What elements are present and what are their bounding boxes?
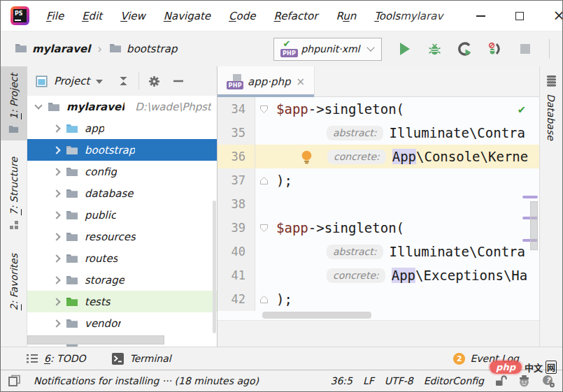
chevron-collapsed-icon[interactable]	[52, 319, 60, 327]
left-tool-window-stripe: 1: Project 7: Structure 2: Favorites	[1, 66, 27, 347]
tab-close-icon[interactable]: ×	[297, 75, 306, 88]
tree-row-database[interactable]: database	[27, 182, 217, 204]
scrollbar-change-mark	[522, 196, 538, 198]
chevron-collapsed-icon[interactable]	[52, 276, 60, 284]
collapse-all-icon[interactable]	[117, 75, 129, 87]
stop-button[interactable]	[518, 40, 533, 58]
folder-icon	[66, 188, 78, 198]
chevron-collapsed-icon[interactable]	[52, 233, 60, 240]
tree-row-config[interactable]: config	[27, 161, 217, 182]
code-line-42[interactable]: 42 );	[218, 287, 539, 311]
attach-debugger-button[interactable]	[487, 40, 503, 58]
watermark-php-logo: php	[490, 361, 522, 374]
run-configuration-select[interactable]: ✔ PHP phpunit·xml	[273, 38, 381, 61]
hide-panel-icon[interactable]	[173, 80, 183, 82]
chevron-collapsed-icon[interactable]	[52, 254, 60, 262]
code-line-40[interactable]: 40 abstract:Illuminate\Contra	[218, 240, 539, 263]
chevron-collapsed-icon[interactable]	[52, 146, 60, 154]
terminal-icon	[112, 353, 124, 365]
chevron-collapsed-icon[interactable]	[52, 211, 60, 219]
parameter-hint: abstract:	[327, 245, 383, 259]
gear-icon[interactable]	[148, 75, 160, 87]
tool-window-tab-todo[interactable]: 6: TODO	[26, 353, 85, 364]
menu-code[interactable]: Code	[229, 10, 255, 22]
close-button[interactable]: ×	[539, 1, 563, 31]
editor-area: PHP app·php × 34 $app->singleton( 35 abs…	[218, 66, 539, 347]
tree-row-vendor[interactable]: vendor	[27, 312, 217, 334]
run-with-coverage-button[interactable]	[457, 40, 473, 58]
menu-bar: File Edit View Navigate Code Refactor Ru…	[46, 10, 400, 22]
menu-file[interactable]: File	[46, 10, 64, 22]
menu-refactor[interactable]: Refactor	[274, 10, 318, 22]
editor-horizontal-scrollbar[interactable]	[262, 312, 371, 319]
code-line-34[interactable]: 34 $app->singleton(	[218, 97, 539, 121]
chevron-down-icon[interactable]	[96, 80, 103, 84]
maximize-button[interactable]	[500, 1, 539, 31]
project-tool-window: Project mylaravel D:\wade\Phpst app	[27, 66, 218, 347]
tool-window-tab-project[interactable]: 1: Project	[1, 66, 27, 140]
line-number: 34	[218, 97, 255, 121]
main-toolbar: mylaravel › bootstrap ✔ PHP phpunit·xml	[1, 31, 562, 66]
menu-tools[interactable]: Tools	[374, 10, 400, 22]
breadcrumb-current[interactable]: bootstrap	[127, 43, 177, 55]
chevron-collapsed-icon[interactable]	[52, 298, 60, 305]
chevron-collapsed-icon[interactable]	[52, 189, 60, 197]
parameter-hint: concrete:	[327, 150, 386, 164]
code-line-39[interactable]: 39 $app->singleton(	[218, 216, 539, 240]
tree-row-resources[interactable]: resources	[27, 226, 217, 247]
tool-window-tab-structure[interactable]: 7: Structure	[1, 150, 27, 237]
fold-start-icon[interactable]	[259, 105, 269, 114]
code-line-41[interactable]: 41 concrete:App\Exceptions\Ha	[218, 263, 539, 287]
menu-navigate[interactable]: Navigate	[164, 10, 211, 22]
editor-tab-app-php[interactable]: PHP app·php ×	[218, 66, 315, 97]
minimize-button[interactable]	[461, 1, 500, 31]
tool-window-tab-database[interactable]: Database	[546, 94, 557, 140]
code-line-37[interactable]: 37 );	[218, 168, 539, 192]
editor-vertical-scrollbar[interactable]	[530, 201, 538, 250]
toolbar-separator	[549, 39, 550, 59]
line-number: 42	[218, 287, 255, 311]
tree-row-app[interactable]: app	[27, 117, 217, 139]
menu-run[interactable]: Run	[336, 10, 356, 22]
help-settings-icon[interactable]: ?	[541, 375, 555, 388]
tree-vertical-scrollbar[interactable]	[213, 201, 216, 333]
chevron-collapsed-icon[interactable]	[52, 168, 60, 175]
intention-bulb-icon[interactable]	[300, 150, 313, 164]
folder-icon	[66, 253, 78, 263]
line-separator-widget[interactable]: LF	[363, 375, 374, 386]
breadcrumb-root[interactable]: mylaravel	[32, 43, 90, 55]
highlighting-level-icon[interactable]	[518, 375, 531, 387]
tool-window-toggle-icon[interactable]	[8, 375, 21, 387]
status-notification[interactable]: Notifications for installing ··· (18 min…	[34, 375, 259, 386]
tree-row-tests[interactable]: tests	[27, 291, 217, 312]
editorconfig-widget[interactable]: EditorConfig	[424, 375, 484, 386]
tool-window-tab-terminal[interactable]: Terminal	[112, 353, 171, 365]
debug-button[interactable]	[427, 40, 443, 58]
fold-end-icon[interactable]	[259, 176, 269, 185]
tree-row-routes[interactable]: routes	[27, 247, 217, 269]
tree-row-bootstrap[interactable]: bootstrap	[27, 139, 217, 161]
menu-view[interactable]: View	[120, 10, 145, 22]
fold-start-icon[interactable]	[259, 224, 269, 233]
chevron-collapsed-icon[interactable]	[52, 124, 60, 132]
code-line-38[interactable]: 38	[218, 192, 539, 216]
caret-position-widget[interactable]: 36:5	[331, 375, 352, 386]
code-line-36[interactable]: 36 concrete:App\Console\Kerne	[218, 145, 539, 168]
run-button[interactable]	[397, 40, 413, 58]
menu-edit[interactable]: Edit	[82, 10, 102, 22]
tree-row-storage[interactable]: storage	[27, 269, 217, 291]
tool-window-tab-favorites[interactable]: 2: Favorites	[1, 247, 27, 317]
tree-row-mylaravel[interactable]: mylaravel D:\wade\Phpst	[27, 96, 217, 117]
unlock-icon[interactable]	[494, 375, 507, 387]
code-line-35[interactable]: 35 abstract:Illuminate\Contra	[218, 121, 539, 145]
tree-horizontal-scrollbar[interactable]	[27, 335, 164, 344]
project-panel-title[interactable]: Project	[54, 75, 90, 87]
fold-end-icon[interactable]	[259, 295, 269, 304]
chevron-expanded-icon[interactable]	[34, 101, 42, 109]
encoding-widget[interactable]: UTF-8	[385, 375, 413, 386]
tree-row-public[interactable]: public	[27, 204, 217, 226]
title-bar: PS File Edit View Navigate Code Refactor…	[1, 1, 562, 31]
inspections-ok-icon[interactable]: ✔	[518, 102, 525, 116]
coverage-icon	[458, 42, 472, 56]
code-editor[interactable]: 34 $app->singleton( 35 abstract:Illumina…	[218, 97, 539, 311]
